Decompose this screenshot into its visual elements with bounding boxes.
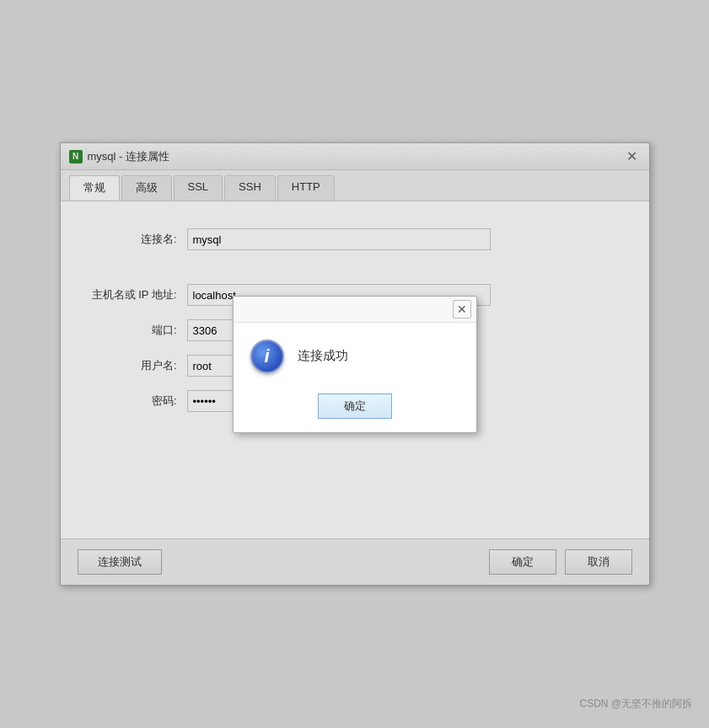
modal-overlay: ✕ i 连接成功 确定 (61, 143, 649, 585)
modal-close-button[interactable]: ✕ (453, 300, 471, 318)
modal-message: 连接成功 (298, 348, 348, 364)
info-icon: i (250, 340, 284, 373)
modal-title-bar: ✕ (234, 297, 476, 323)
modal-ok-button[interactable]: 确定 (318, 393, 392, 419)
success-dialog: ✕ i 连接成功 确定 (233, 296, 477, 433)
main-window: N mysql - 连接属性 ✕ 常规 高级 SSL SSH HTTP 连接名:… (60, 142, 650, 586)
modal-content: i 连接成功 (234, 323, 476, 387)
watermark: CSDN @无坚不推的阿拆 (579, 697, 692, 711)
modal-footer: 确定 (234, 387, 476, 432)
